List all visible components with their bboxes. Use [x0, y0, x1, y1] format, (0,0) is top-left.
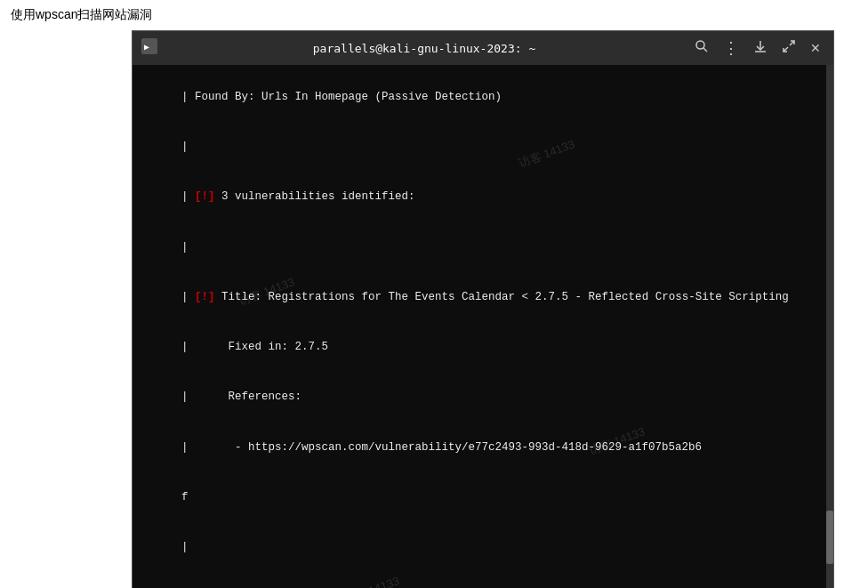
terminal-window: 访客 14133 访客 14133 访客 14133 访客 14133 访客 1…	[132, 30, 834, 588]
term-line-7: | References:	[133, 373, 833, 423]
pipe-char: |	[181, 91, 195, 103]
term-line-5: | [!] Title: Registrations for The Event…	[133, 272, 833, 322]
terminal-app-icon: ▶	[141, 38, 157, 58]
terminal-titlebar: ▶ parallels@kali-gnu-linux-2023: ~ ⋮	[133, 31, 833, 65]
terminal-output: | Found By: Urls In Homepage (Passive De…	[133, 65, 833, 588]
pipe-char: |	[181, 291, 195, 303]
term-line-3: | [!] 3 vulnerabilities identified:	[133, 173, 833, 222]
svg-text:▶: ▶	[144, 42, 149, 52]
term-line-6: | Fixed in: 2.7.5	[133, 322, 833, 372]
page-title: 使用wpscan扫描网站漏洞	[0, 0, 868, 30]
close-button[interactable]: ✕	[807, 41, 824, 55]
line-text: 3 vulnerabilities identified:	[215, 190, 415, 203]
term-line-4: |	[133, 222, 833, 272]
term-line-10: | - https://cve.mitre.org/cgi-bin/cvenam…	[133, 573, 833, 589]
alert-bracket: [!]	[195, 190, 215, 203]
download-button[interactable]	[750, 39, 771, 57]
svg-line-3	[703, 48, 707, 52]
term-line-1: | Found By: Urls In Homepage (Passive De…	[133, 72, 833, 122]
menu-button[interactable]: ⋮	[719, 38, 743, 58]
terminal-scrollbar[interactable]	[826, 65, 833, 588]
term-line-2: |	[133, 122, 833, 172]
scrollbar-thumb[interactable]	[826, 511, 833, 564]
line-text: f	[181, 491, 189, 503]
line-text: |	[181, 541, 189, 553]
line-text: Title: Registrations for The Events Cale…	[215, 291, 789, 303]
search-button[interactable]	[691, 39, 712, 57]
term-line-8: | - https://wpscan.com/vulnerability/e77…	[133, 423, 833, 472]
line-text: | Fixed in: 2.7.5	[181, 341, 328, 353]
term-line-8b: f	[133, 472, 833, 522]
pipe-char: |	[181, 190, 195, 203]
line-text: | - https://wpscan.com/vulnerability/e77…	[181, 441, 702, 454]
line-text: Found By: Urls In Homepage (Passive Dete…	[195, 91, 502, 103]
maximize-button[interactable]	[778, 39, 800, 57]
terminal-title: parallels@kali-gnu-linux-2023: ~	[165, 42, 684, 55]
term-line-9: |	[133, 522, 833, 572]
svg-point-2	[696, 41, 704, 49]
pipe-char: |	[181, 241, 189, 254]
pipe-char: |	[181, 141, 189, 153]
line-text: | References:	[181, 391, 301, 403]
alert-bracket: [!]	[195, 291, 215, 303]
